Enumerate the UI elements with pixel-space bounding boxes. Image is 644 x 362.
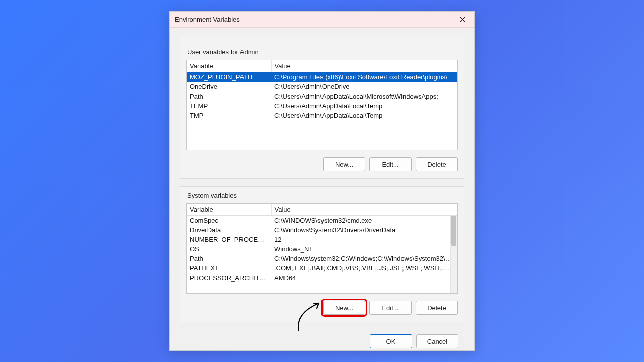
cell-variable: PROCESSOR_ARCHITECTU... (187, 273, 271, 283)
dialog-content: User variables for Admin Variable Value … (170, 28, 474, 355)
cell-value: C:\WINDOWS\system32\cmd.exe (271, 216, 457, 226)
cell-variable: TMP (187, 111, 271, 120)
cell-variable: PATHEXT (187, 263, 271, 273)
table-row[interactable]: TEMP C:\Users\Admin\AppData\Local\Temp (187, 101, 457, 111)
environment-variables-dialog: Environment Variables User variables for… (169, 11, 475, 351)
cell-value: 12 (271, 235, 457, 244)
table-row[interactable]: Path C:\Users\Admin\AppData\Local\Micros… (187, 92, 457, 101)
user-col-value[interactable]: Value (271, 60, 457, 72)
dialog-footer: OK Cancel (180, 322, 464, 348)
cell-value: C:\Program Files (x86)\Foxit Software\Fo… (271, 72, 457, 82)
cell-value: C:\Users\Admin\AppData\Local\Temp (271, 111, 457, 120)
cell-value: C:\Windows\System32\Drivers\DriverData (271, 225, 457, 235)
cell-variable: Path (187, 92, 271, 101)
user-new-button[interactable]: New... (323, 157, 365, 171)
system-col-value[interactable]: Value (271, 204, 457, 216)
cell-value: C:\Windows\system32;C:\Windows;C:\Window… (271, 254, 457, 263)
table-row[interactable]: OneDrive C:\Users\Admin\OneDrive (187, 82, 457, 92)
cell-value: C:\Users\Admin\AppData\Local\Temp (271, 101, 457, 111)
system-delete-button[interactable]: Delete (416, 301, 458, 315)
system-buttons-row: New... Edit... Delete (186, 294, 458, 320)
table-row[interactable]: ComSpec C:\WINDOWS\system32\cmd.exe (187, 216, 457, 226)
system-section-label: System variables (187, 192, 458, 199)
dialog-title: Environment Variables (175, 16, 454, 23)
system-edit-button[interactable]: Edit... (369, 301, 412, 315)
system-table-scrollbar[interactable] (450, 216, 457, 293)
system-variables-table[interactable]: Variable Value ComSpec C:\WINDOWS\system… (187, 204, 457, 283)
user-variables-panel: User variables for Admin Variable Value … (180, 37, 464, 179)
cell-variable: MOZ_PLUGIN_PATH (187, 72, 271, 82)
user-delete-button[interactable]: Delete (416, 157, 458, 171)
cell-value: C:\Users\Admin\OneDrive (271, 82, 457, 92)
scrollbar-thumb[interactable] (451, 216, 456, 246)
table-row[interactable]: TMP C:\Users\Admin\AppData\Local\Temp (187, 111, 457, 120)
cell-variable: DriverData (187, 225, 271, 235)
cell-value: C:\Users\Admin\AppData\Local\Microsoft\W… (271, 92, 457, 101)
table-row[interactable]: MOZ_PLUGIN_PATH C:\Program Files (x86)\F… (187, 72, 457, 82)
system-col-variable[interactable]: Variable (187, 204, 271, 216)
system-variables-table-container: Variable Value ComSpec C:\WINDOWS\system… (186, 203, 458, 294)
user-edit-button[interactable]: Edit... (369, 157, 412, 171)
user-variables-table-container: Variable Value MOZ_PLUGIN_PATH C:\Progra… (186, 60, 458, 150)
table-row[interactable]: PROCESSOR_ARCHITECTU... AMD64 (187, 273, 457, 283)
table-row[interactable]: DriverData C:\Windows\System32\Drivers\D… (187, 225, 457, 235)
table-row[interactable]: OS Windows_NT (187, 244, 457, 254)
close-button[interactable] (454, 14, 470, 26)
user-variables-table[interactable]: Variable Value MOZ_PLUGIN_PATH C:\Progra… (187, 60, 457, 120)
table-row[interactable]: PATHEXT .COM;.EXE;.BAT;.CMD;.VBS;.VBE;.J… (187, 263, 457, 273)
system-new-button[interactable]: New... (323, 301, 365, 315)
cancel-button[interactable]: Cancel (416, 334, 458, 348)
cell-variable: TEMP (187, 101, 271, 111)
user-buttons-row: New... Edit... Delete (186, 150, 458, 176)
ok-button[interactable]: OK (370, 334, 412, 348)
cell-variable: OneDrive (187, 82, 271, 92)
cell-value: .COM;.EXE;.BAT;.CMD;.VBS;.VBE;.JS;.JSE;.… (271, 263, 457, 273)
cell-variable: Path (187, 254, 271, 263)
cell-value: AMD64 (271, 273, 457, 283)
cell-variable: NUMBER_OF_PROCESSORS (187, 235, 271, 244)
table-row[interactable]: Path C:\Windows\system32;C:\Windows;C:\W… (187, 254, 457, 263)
table-row[interactable]: NUMBER_OF_PROCESSORS 12 (187, 235, 457, 244)
system-variables-panel: System variables Variable Value ComSpec … (180, 186, 464, 322)
cell-variable: OS (187, 244, 271, 254)
cell-variable: ComSpec (187, 216, 271, 226)
close-icon (460, 17, 465, 22)
titlebar: Environment Variables (170, 12, 474, 28)
user-col-variable[interactable]: Variable (187, 60, 271, 72)
cell-value: Windows_NT (271, 244, 457, 254)
user-section-label: User variables for Admin (187, 48, 458, 56)
